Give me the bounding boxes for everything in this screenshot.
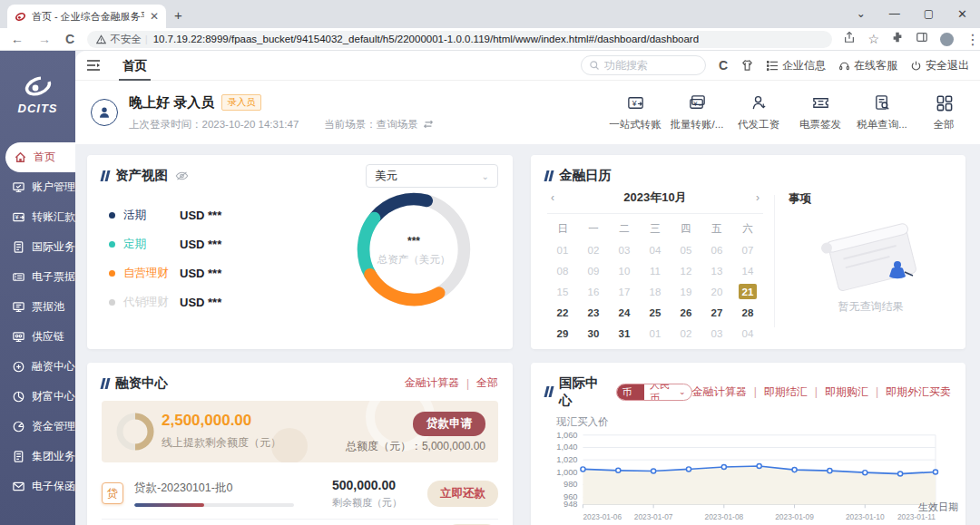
loan-apply-button[interactable]: 贷款申请 — [413, 412, 485, 436]
browser-tab[interactable]: 首页 - 企业综合金融服务平台 ✕ — [7, 5, 166, 28]
calendar-day[interactable]: 31 — [609, 326, 640, 341]
window-maximize-button[interactable]: ▢ — [924, 7, 934, 20]
new-tab-button[interactable]: + — [174, 7, 182, 23]
financing-all-link[interactable]: 全部 — [476, 375, 498, 391]
forward-button[interactable]: → — [38, 32, 51, 46]
calendar-day[interactable]: 19 — [671, 284, 701, 299]
calendar-next-button[interactable]: › — [752, 191, 763, 204]
tab-close-icon[interactable]: ✕ — [150, 11, 159, 22]
profile-avatar[interactable] — [940, 33, 954, 46]
calendar-day[interactable]: 01 — [640, 326, 671, 341]
sidebar-item-international[interactable]: 国际业务 — [0, 232, 75, 262]
sidebar-item-guarantee[interactable]: 电子保函 — [0, 472, 75, 501]
quick-action-one-stop-transfer[interactable]: ¥ 一站式转账 — [608, 93, 662, 131]
calendar-day[interactable]: 13 — [701, 263, 732, 278]
refresh-icon[interactable]: C — [719, 58, 728, 73]
window-close-button[interactable]: ✕ — [957, 7, 967, 21]
sidebar-item-accounts[interactable]: 账户管理 — [0, 172, 75, 202]
calendar-day[interactable]: 30 — [578, 326, 609, 341]
theme-skin-icon[interactable] — [740, 59, 754, 72]
window-minimize-button[interactable]: — — [889, 7, 900, 20]
calendar-day[interactable]: 11 — [640, 263, 671, 278]
calendar-day[interactable]: 04 — [640, 242, 671, 258]
favicon-dcits-swirl-icon — [15, 11, 26, 23]
collapse-menu-icon[interactable] — [86, 59, 101, 72]
currency-type-value: 人民币 — [650, 384, 674, 401]
company-info-link[interactable]: 企业信息 — [767, 58, 826, 73]
reload-button[interactable]: C — [65, 32, 74, 46]
function-search[interactable] — [581, 55, 706, 75]
bookmark-star-icon[interactable]: ☆ — [867, 32, 879, 46]
calendar-day[interactable]: 17 — [609, 284, 640, 299]
calendar-day[interactable]: 29 — [547, 326, 578, 341]
calendar-day[interactable]: 14 — [732, 263, 763, 278]
calendar-prev-button[interactable]: ‹ — [547, 191, 558, 204]
online-service-link[interactable]: 在线客服 — [838, 58, 897, 73]
switch-scene-icon[interactable] — [423, 120, 434, 129]
menu-kebab-icon[interactable]: ⋮ — [965, 31, 980, 48]
svg-text:1,040: 1,040 — [556, 442, 577, 452]
calendar-day[interactable]: 15 — [547, 284, 578, 299]
search-input[interactable] — [604, 59, 695, 72]
calendar-day[interactable]: 02 — [578, 242, 609, 258]
address-bar[interactable]: 不安全 | 10.7.19.22:8999/fpaas_bucket/94154… — [87, 31, 832, 48]
finance-calculator-link[interactable]: 金融计算器 — [405, 375, 459, 391]
calendar-day[interactable]: 03 — [701, 326, 732, 341]
sidebar-item-transfer[interactable]: ¥ 转账汇款 — [0, 202, 75, 232]
spot-fx-trade-link[interactable]: 即期外汇买卖 — [886, 384, 951, 400]
calendar-day[interactable]: 23 — [578, 305, 609, 320]
spot-purchase-link[interactable]: 即期购汇 — [825, 384, 868, 400]
safe-exit-link[interactable]: 安全退出 — [910, 58, 969, 73]
user-avatar[interactable] — [91, 99, 118, 126]
sidebar-item-supply-chain[interactable]: 供应链 — [0, 322, 75, 352]
calendar-day[interactable]: 25 — [640, 305, 671, 320]
currency-type-dropdown[interactable]: 币种 人民币⌄ — [616, 384, 692, 401]
quick-action-batch-transfer[interactable]: ¥ 批量转账/... — [670, 93, 724, 131]
calendar-day[interactable]: 28 — [732, 305, 763, 320]
calendar-day[interactable]: 07 — [732, 242, 763, 258]
calendar-day[interactable]: 09 — [578, 263, 609, 278]
quick-action-eticket-issue[interactable]: 电票签发 — [793, 93, 848, 131]
calendar-day[interactable]: 06 — [701, 242, 732, 258]
side-panel-icon[interactable] — [916, 31, 928, 47]
empty-text: 暂无查询结果 — [789, 299, 953, 315]
calendar-day[interactable]: 26 — [671, 305, 701, 320]
quick-action-payroll[interactable]: 代发工资 — [731, 93, 786, 131]
calendar-day[interactable]: 12 — [671, 263, 701, 278]
calendar-day[interactable]: 27 — [701, 305, 732, 320]
calendar-day[interactable]: 10 — [609, 263, 640, 278]
eye-off-icon[interactable] — [175, 170, 189, 181]
calendar-day[interactable]: 18 — [640, 284, 671, 299]
window-chevron-icon[interactable]: ⌄ — [857, 7, 866, 20]
sidebar-item-wealth[interactable]: 财富中心 — [0, 382, 75, 412]
sidebar-item-home[interactable]: 首页 — [5, 142, 75, 172]
calendar-day[interactable]: 22 — [547, 305, 578, 320]
calendar-day[interactable]: 20 — [701, 284, 732, 299]
sidebar-item-ebills[interactable]: 电子票据 — [0, 262, 75, 292]
repay-now-button[interactable]: 立即还款 — [427, 481, 498, 507]
extensions-puzzle-icon[interactable] — [891, 31, 904, 47]
calendar-day[interactable]: 08 — [547, 263, 578, 278]
calendar-day[interactable]: 04 — [732, 326, 763, 341]
share-icon[interactable] — [843, 31, 856, 47]
tab-home[interactable]: 首页 — [122, 51, 147, 81]
sidebar-item-funds[interactable]: 资金管理 — [0, 412, 75, 442]
calendar-day[interactable]: 16 — [578, 284, 609, 299]
back-button[interactable]: ← — [11, 32, 24, 46]
calendar-day[interactable]: 21 — [739, 284, 757, 299]
divider — [102, 519, 498, 520]
sidebar-item-bill-pool[interactable]: 票据池 — [0, 292, 75, 322]
intl-calculator-link[interactable]: 金融计算器 — [692, 384, 747, 400]
insecure-warning[interactable]: 不安全 | — [96, 33, 148, 46]
calendar-day[interactable]: 24 — [609, 305, 640, 320]
currency-dropdown[interactable]: 美元 ⌄ — [366, 164, 498, 188]
calendar-day[interactable]: 03 — [609, 242, 640, 258]
sidebar-item-group[interactable]: 集团业务 — [0, 442, 75, 472]
calendar-day[interactable]: 02 — [671, 326, 701, 341]
spot-settlement-link[interactable]: 即期结汇 — [764, 384, 808, 400]
quick-action-tax-query[interactable]: 税单查询... — [855, 93, 909, 131]
quick-action-all[interactable]: 全部 — [916, 93, 971, 131]
sidebar-item-financing[interactable]: 融资中心 — [0, 352, 75, 382]
calendar-day[interactable]: 05 — [671, 242, 701, 258]
calendar-day[interactable]: 01 — [547, 242, 578, 258]
